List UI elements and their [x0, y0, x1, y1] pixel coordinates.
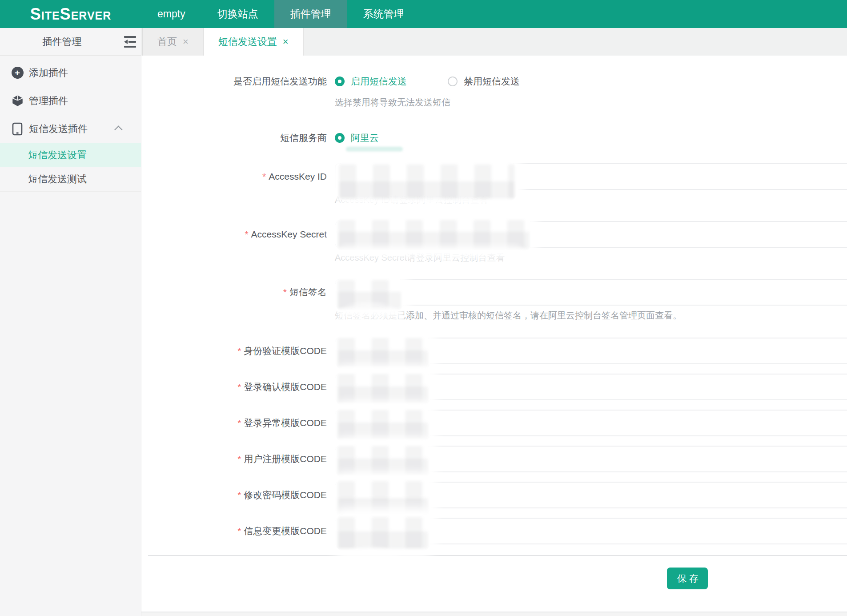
- radio-label: 禁用短信发送: [464, 75, 520, 88]
- redaction-blob: [336, 248, 525, 271]
- nav-item-system-management[interactable]: 系统管理: [347, 0, 420, 28]
- sidebar-item-label: 管理插件: [29, 94, 68, 108]
- redaction-blob: [334, 514, 431, 552]
- required-marker: *: [237, 526, 241, 536]
- tab-label: 首页: [157, 35, 177, 48]
- form-row-info-change-code: *信息变更模版CODE: [141, 518, 847, 544]
- redaction-blob: [334, 443, 431, 479]
- radio-aliyun[interactable]: 阿里云: [335, 132, 379, 144]
- sidebar-item-add-plugin[interactable]: + 添加插件: [0, 59, 141, 87]
- sidebar-subitem-label: 短信发送测试: [28, 173, 87, 186]
- form-divider: [148, 555, 847, 556]
- required-marker: *: [245, 229, 248, 239]
- nav-item-switch-site[interactable]: 切换站点: [201, 0, 274, 28]
- collapse-bar: [124, 46, 136, 48]
- required-marker: *: [237, 418, 241, 428]
- radio-unchecked-icon[interactable]: [448, 76, 458, 86]
- radio-label: 阿里云: [351, 132, 379, 144]
- field-label: *AccessKey ID: [141, 171, 327, 182]
- sidebar-subitem-label: 短信发送设置: [28, 149, 87, 162]
- redaction-blob: [337, 551, 402, 584]
- redaction-blob: [334, 370, 431, 407]
- form-row-identity-code: *身份验证模版CODE: [141, 338, 847, 364]
- radio-enable-sms[interactable]: 启用短信发送: [335, 75, 407, 88]
- radio-disable-sms[interactable]: 禁用短信发送: [448, 75, 520, 88]
- redaction-blob: [334, 478, 431, 519]
- required-marker: *: [237, 454, 241, 464]
- sidebar-item-label: 添加插件: [29, 66, 68, 80]
- helper-text-signature: 短信签名必须是已添加、并通过审核的短信签名，请在阿里云控制台签名管理页面查看。: [335, 310, 847, 322]
- aliyun-highlight-smear: [346, 147, 403, 152]
- redaction-blob: [334, 334, 431, 371]
- logo[interactable]: SITESERVER: [0, 0, 141, 28]
- save-button[interactable]: 保存: [667, 568, 708, 589]
- form-row-enable: 是否启用短信发送功能 启用短信发送 禁用短信发送: [141, 68, 847, 95]
- sidebar-subitem-sms-settings[interactable]: 短信发送设置: [0, 143, 141, 167]
- close-icon[interactable]: ×: [283, 37, 289, 47]
- field-label: *用户注册模版CODE: [141, 453, 327, 465]
- cube-icon: [11, 95, 24, 107]
- nav-item-empty[interactable]: empty: [141, 0, 201, 28]
- form-row-signature: *短信签名: [141, 279, 847, 306]
- required-marker: *: [283, 287, 287, 297]
- required-marker: *: [262, 171, 266, 181]
- required-marker: *: [237, 382, 241, 392]
- top-navbar: SITESERVER empty 切换站点 插件管理 系统管理: [0, 0, 847, 28]
- plus-circle-icon: +: [11, 67, 24, 79]
- sidebar-item-sms-plugin[interactable]: 短信发送插件: [0, 115, 141, 143]
- sms-settings-form: 是否启用短信发送功能 启用短信发送 禁用短信发送 选择禁用将导致无法发送短信 短…: [141, 56, 847, 589]
- form-row-login-confirm-code: *登录确认模版CODE: [141, 374, 847, 400]
- radio-checked-icon[interactable]: [335, 76, 345, 86]
- sms-signature-input[interactable]: [335, 279, 847, 306]
- required-marker: *: [237, 346, 241, 356]
- sidebar-item-label: 短信发送插件: [29, 122, 88, 136]
- sidebar: 插件管理 + 添加插件 管理插件: [0, 28, 141, 616]
- form-row-register-code: *用户注册模版CODE: [141, 446, 847, 472]
- phone-icon: [11, 122, 24, 136]
- sidebar-collapse-icon[interactable]: [124, 36, 136, 48]
- helper-text-enable: 选择禁用将导致无法发送短信: [335, 97, 847, 109]
- field-label: *登录异常模版CODE: [141, 417, 327, 429]
- collapse-bar: [124, 36, 136, 38]
- close-icon[interactable]: ×: [183, 37, 189, 47]
- sidebar-title: 插件管理: [0, 35, 124, 48]
- sidebar-item-manage-plugin[interactable]: 管理插件: [0, 87, 141, 115]
- content-bottom-strip: [141, 612, 847, 616]
- tab-label: 短信发送设置: [218, 35, 277, 48]
- chevron-up-icon[interactable]: [114, 125, 122, 133]
- main-content: 是否启用短信发送功能 启用短信发送 禁用短信发送 选择禁用将导致无法发送短信 短…: [141, 56, 847, 616]
- radio-checked-icon[interactable]: [335, 133, 345, 143]
- required-marker: *: [237, 490, 241, 500]
- tab-bar: 首页 × 短信发送设置 ×: [141, 28, 847, 56]
- field-label: *登录确认模版CODE: [141, 381, 327, 393]
- field-label: *修改密码模版CODE: [141, 489, 327, 501]
- field-label: *身份验证模版CODE: [141, 345, 327, 357]
- field-label: *AccessKey Secret: [141, 229, 327, 240]
- sidebar-menu: + 添加插件 管理插件 短信发送插件 短信发送设置: [0, 56, 141, 192]
- field-label: 短信服务商: [141, 132, 327, 144]
- field-label: 是否启用短信发送功能: [141, 75, 327, 88]
- radio-label: 启用短信发送: [351, 75, 407, 88]
- tab-sms-settings[interactable]: 短信发送设置 ×: [204, 28, 304, 56]
- field-label: *短信签名: [141, 286, 327, 298]
- field-label: *信息变更模版CODE: [141, 525, 327, 537]
- siteserver-logo-text: SITESERVER: [30, 5, 112, 24]
- form-row-provider: 短信服务商 阿里云: [141, 125, 847, 151]
- nav-menu: empty 切换站点 插件管理 系统管理: [141, 0, 420, 28]
- redaction-blob: [335, 217, 533, 252]
- redaction-blob: [334, 407, 431, 443]
- collapse-bar: [124, 40, 136, 44]
- save-row: 保存: [141, 568, 847, 589]
- form-row-change-password-code: *修改密码模版CODE: [141, 482, 847, 508]
- sidebar-subitem-sms-test[interactable]: 短信发送测试: [0, 167, 141, 192]
- tab-home[interactable]: 首页 ×: [142, 28, 204, 56]
- nav-item-plugin-management[interactable]: 插件管理: [274, 0, 347, 28]
- redaction-blob: [336, 161, 518, 202]
- sidebar-header: 插件管理: [0, 28, 141, 56]
- form-row-login-abnormal-code: *登录异常模版CODE: [141, 410, 847, 436]
